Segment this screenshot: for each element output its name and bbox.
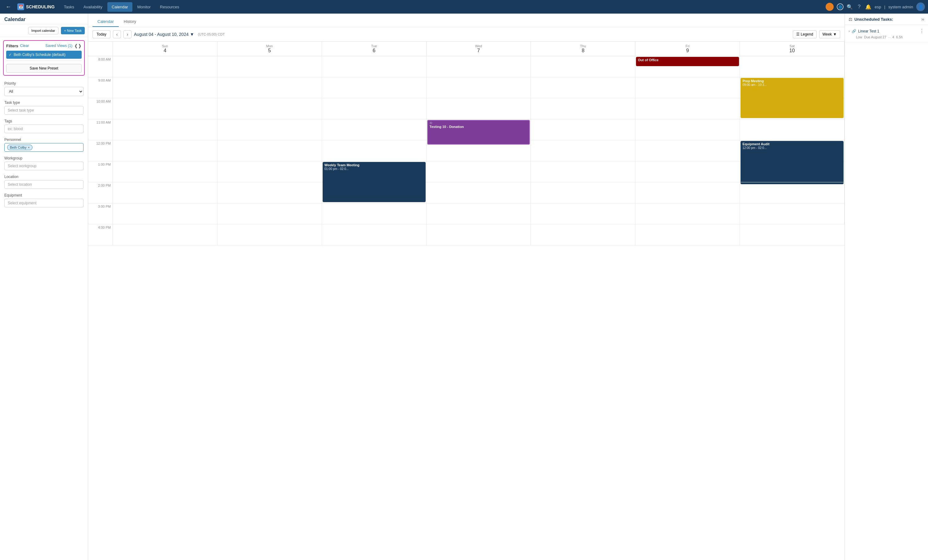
- cell-wed-10am[interactable]: [427, 98, 531, 119]
- week-view-button[interactable]: Week ▼: [819, 30, 840, 38]
- cell-mon-11am[interactable]: [217, 119, 322, 140]
- cell-wed-12pm[interactable]: [427, 140, 531, 161]
- cell-mon-10am[interactable]: [217, 98, 322, 119]
- nav-tab-calendar[interactable]: Calendar: [107, 2, 133, 12]
- save-preset-button[interactable]: Save New Preset: [6, 64, 82, 73]
- cell-sat-4pm[interactable]: [740, 224, 844, 245]
- cell-mon-3pm[interactable]: [217, 203, 322, 224]
- cell-sun-9am[interactable]: [113, 77, 217, 98]
- next-week-button[interactable]: ›: [124, 30, 131, 38]
- cell-thu-3pm[interactable]: [531, 203, 635, 224]
- cell-wed-3pm[interactable]: [427, 203, 531, 224]
- cell-mon-12pm[interactable]: [217, 140, 322, 161]
- prev-week-button[interactable]: ‹: [113, 30, 121, 38]
- cell-thu-11am[interactable]: [531, 119, 635, 140]
- cell-thu-9am[interactable]: [531, 77, 635, 98]
- cell-mon-8am[interactable]: [217, 56, 322, 77]
- cell-fri-2pm[interactable]: [635, 183, 740, 203]
- nav-tab-monitor[interactable]: Monitor: [133, 2, 155, 12]
- history-tab[interactable]: History: [119, 17, 141, 27]
- cell-sun-10am[interactable]: [113, 98, 217, 119]
- location-input[interactable]: [4, 180, 84, 189]
- cell-wed-4pm[interactable]: [427, 224, 531, 245]
- filter-clear-button[interactable]: Clear: [20, 44, 29, 48]
- new-task-button[interactable]: + New Task: [61, 27, 85, 34]
- cell-tue-10am[interactable]: [322, 98, 427, 119]
- cell-fri-1pm[interactable]: [635, 161, 740, 183]
- cell-sat-8am[interactable]: [740, 56, 844, 77]
- back-button[interactable]: ←: [3, 3, 14, 11]
- cell-fri-3pm[interactable]: [635, 203, 740, 224]
- cell-mon-4pm[interactable]: [217, 224, 322, 245]
- cell-wed-2pm[interactable]: [427, 183, 531, 203]
- event-prep-meeting[interactable]: Prep Meeting 09:00 am - 10:3...: [740, 78, 844, 118]
- cell-thu-12pm[interactable]: [531, 140, 635, 161]
- preset-item-beth[interactable]: ✓ Beth Colby's Schedule (default): [6, 51, 82, 59]
- cell-fri-11am[interactable]: [635, 119, 740, 140]
- import-calendar-button[interactable]: Import calendar: [28, 27, 58, 34]
- cell-tue-2pm[interactable]: [322, 183, 427, 203]
- cell-wed-11am[interactable]: ⏲ Testing 10 - Donation: [427, 119, 531, 140]
- task-menu-button[interactable]: ⋮: [919, 28, 924, 34]
- cell-mon-1pm[interactable]: [217, 161, 322, 183]
- calendar-tab[interactable]: Calendar: [93, 17, 119, 27]
- cell-thu-8am[interactable]: [531, 56, 635, 77]
- help-icon[interactable]: ?: [856, 4, 862, 10]
- cell-tue-1pm[interactable]: Weekly Team Meeting 01:00 pm - 02:0...: [322, 161, 427, 183]
- search-icon[interactable]: 🔍: [847, 4, 853, 10]
- cell-wed-9am[interactable]: [427, 77, 531, 98]
- cell-sat-1pm[interactable]: [740, 161, 844, 183]
- cell-tue-4pm[interactable]: [322, 224, 427, 245]
- personnel-remove-button[interactable]: ×: [28, 146, 30, 149]
- legend-button[interactable]: ☰ Legend: [793, 30, 817, 38]
- cell-sun-3pm[interactable]: [113, 203, 217, 224]
- today-button[interactable]: Today: [93, 30, 110, 38]
- cell-mon-9am[interactable]: [217, 77, 322, 98]
- cell-wed-8am[interactable]: [427, 56, 531, 77]
- cell-mon-2pm[interactable]: [217, 183, 322, 203]
- cell-sat-2pm[interactable]: [740, 183, 844, 203]
- workgroup-input[interactable]: [4, 161, 84, 170]
- cell-sat-11am[interactable]: [740, 119, 844, 140]
- filter-collapse-button[interactable]: ❰❱: [74, 43, 82, 48]
- cell-tue-9am[interactable]: [322, 77, 427, 98]
- nav-tab-availability[interactable]: Availability: [79, 2, 107, 12]
- cell-fri-8am[interactable]: Out of Office: [635, 56, 740, 77]
- cell-wed-1pm[interactable]: [427, 161, 531, 183]
- date-range-display[interactable]: August 04 - August 10, 2024 ▼: [134, 32, 194, 37]
- cell-tue-3pm[interactable]: [322, 203, 427, 224]
- language-icon[interactable]: 🌐: [837, 3, 844, 10]
- cell-tue-11am[interactable]: [322, 119, 427, 140]
- cell-sun-12pm[interactable]: [113, 140, 217, 161]
- cell-tue-12pm[interactable]: [322, 140, 427, 161]
- cell-sun-8am[interactable]: [113, 56, 217, 77]
- saved-views-button[interactable]: Saved Views (1): [46, 44, 72, 48]
- cell-sat-9am[interactable]: Prep Meeting 09:00 am - 10:3...: [740, 77, 844, 98]
- nav-tab-tasks[interactable]: Tasks: [60, 2, 79, 12]
- cell-sun-4pm[interactable]: [113, 224, 217, 245]
- cell-sat-12pm[interactable]: Equipment Audit 12:00 pm - 02:0...: [740, 140, 844, 161]
- cell-tue-8am[interactable]: [322, 56, 427, 77]
- tags-input[interactable]: [4, 125, 84, 133]
- cell-thu-10am[interactable]: [531, 98, 635, 119]
- cell-fri-9am[interactable]: [635, 77, 740, 98]
- cell-sun-11am[interactable]: [113, 119, 217, 140]
- cell-thu-1pm[interactable]: [531, 161, 635, 183]
- nav-tab-resources[interactable]: Resources: [156, 2, 183, 12]
- cell-fri-10am[interactable]: [635, 98, 740, 119]
- cell-fri-12pm[interactable]: [635, 140, 740, 161]
- cell-fri-4pm[interactable]: [635, 224, 740, 245]
- cell-sat-3pm[interactable]: [740, 203, 844, 224]
- priority-select[interactable]: All: [4, 87, 84, 96]
- cell-thu-2pm[interactable]: [531, 183, 635, 203]
- cell-sun-2pm[interactable]: [113, 183, 217, 203]
- cell-sun-1pm[interactable]: [113, 161, 217, 183]
- task-type-input[interactable]: [4, 106, 84, 115]
- task-expand-arrow[interactable]: ›: [849, 29, 850, 33]
- event-out-of-office[interactable]: Out of Office: [636, 57, 739, 66]
- expand-panel-button[interactable]: ››: [922, 17, 924, 21]
- personnel-input-field[interactable]: Beth Colby ×: [4, 143, 84, 152]
- notification-icon[interactable]: 🔔: [865, 4, 872, 10]
- task-item-linear-test[interactable]: › 🔗 Linear Test 1 ⋮ Low Due August 27 --…: [845, 25, 928, 43]
- equipment-input[interactable]: [4, 199, 84, 207]
